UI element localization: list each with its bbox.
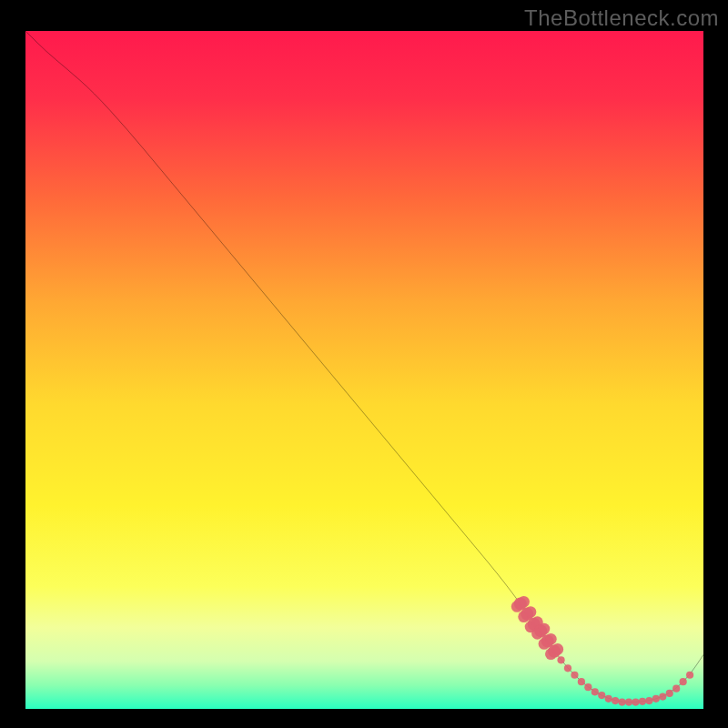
data-marker: [639, 698, 646, 705]
data-marker: [625, 698, 632, 705]
data-marker: [666, 690, 673, 697]
data-marker: [652, 695, 660, 703]
data-marker: [518, 596, 530, 608]
data-marker: [645, 697, 652, 704]
plot-area: [25, 31, 703, 709]
data-marker: [659, 693, 666, 700]
data-marker: [584, 683, 592, 691]
data-marker: [672, 685, 680, 693]
data-marker: [612, 697, 619, 704]
chart-svg: [25, 31, 703, 709]
data-marker: [545, 633, 557, 645]
data-marker: [686, 672, 693, 679]
data-marker: [632, 698, 639, 705]
marker-group: [511, 596, 693, 706]
data-marker: [578, 678, 585, 685]
bottleneck-curve: [25, 31, 703, 703]
data-marker: [557, 656, 564, 663]
data-marker: [619, 698, 626, 705]
attribution-text: TheBottleneck.com: [524, 5, 719, 31]
data-marker: [605, 695, 612, 703]
data-marker: [539, 623, 551, 635]
data-marker: [564, 664, 571, 672]
data-marker: [592, 688, 599, 695]
data-marker: [598, 692, 605, 699]
data-marker: [551, 643, 563, 655]
data-marker: [680, 678, 687, 685]
data-marker: [571, 672, 578, 679]
data-marker: [525, 606, 537, 618]
